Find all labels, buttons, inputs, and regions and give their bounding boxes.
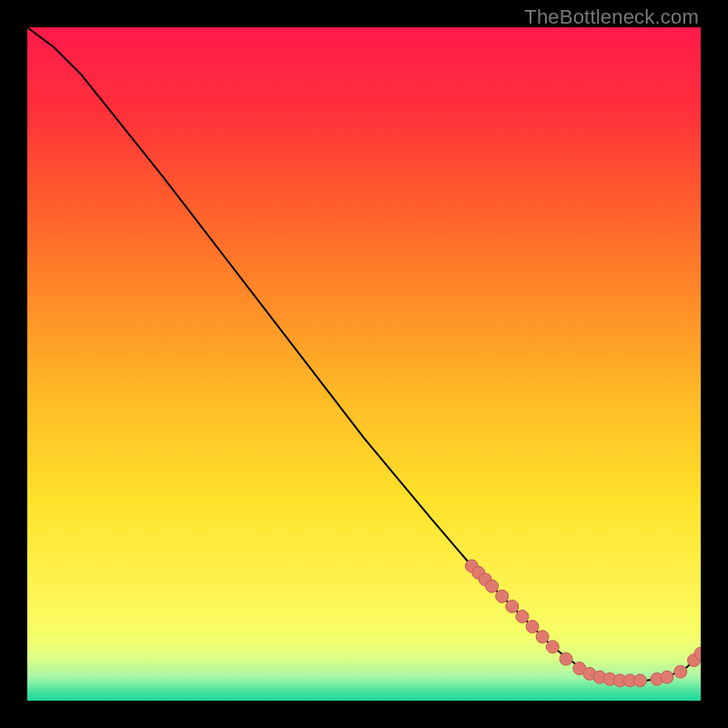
- curve-marker: [486, 580, 499, 592]
- curve-marker: [526, 621, 539, 633]
- chart-stage: TheBottleneck.com: [0, 0, 728, 728]
- curve-marker: [506, 600, 519, 612]
- curve-marker: [546, 641, 559, 653]
- curve-marker: [560, 652, 572, 665]
- curve-marker: [633, 674, 646, 687]
- chart-plot: [27, 27, 701, 701]
- curve-marker: [496, 590, 509, 602]
- curve-marker: [536, 631, 549, 643]
- watermark-text: TheBottleneck.com: [524, 5, 699, 29]
- curve-marker: [674, 665, 687, 678]
- gradient-background: [27, 27, 701, 701]
- curve-marker: [661, 671, 673, 683]
- curve-marker: [516, 611, 529, 623]
